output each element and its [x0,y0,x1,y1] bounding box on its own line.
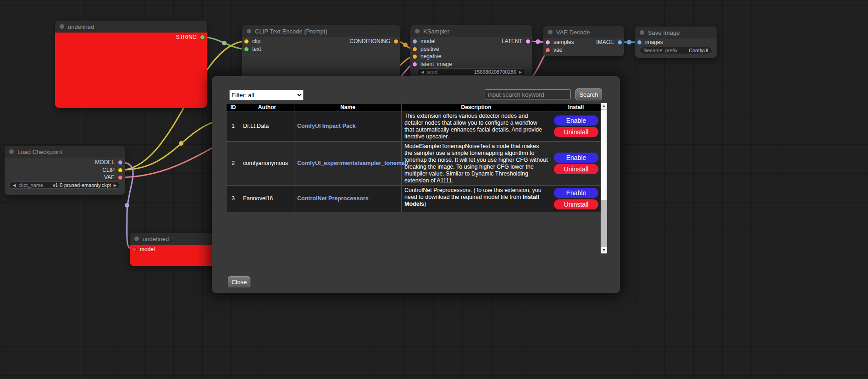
cell-author: comfyanonymous [240,142,294,186]
table-header-row: ID Author Name Description Install [227,104,601,111]
node-titlebar[interactable]: KSampler [410,25,532,37]
node-titlebar[interactable]: undefined [55,21,207,33]
input-port-model-icon[interactable] [413,39,417,44]
description-text: ControlNet Preprocessors. (To use this e… [404,187,542,200]
output-port-string-icon[interactable] [200,35,205,39]
output-port-conditioning-icon[interactable] [394,39,398,44]
cell-description: ModelSamplerTonemapNoiseTest a node that… [402,142,551,186]
collapse-dot-icon[interactable] [640,30,644,35]
node-title: VAE Decode [556,29,590,36]
port-label: images [645,39,663,45]
input-port-text-icon[interactable] [244,47,249,51]
collapse-dot-icon[interactable] [60,24,64,29]
scrollbar-thumb[interactable] [601,110,607,200]
uninstall-button[interactable]: Uninstall [554,199,598,209]
widget-value: v1-5-pruned-emaonly.ckpt [53,182,111,188]
port-label: VAE [104,174,115,181]
scroll-up-icon[interactable]: ▲ [601,103,607,110]
input-port-samples-icon[interactable] [546,40,550,44]
input-port-model-icon[interactable] [132,247,136,252]
table-row: 2 comfyanonymous ComfyUI_experiments/sam… [227,142,601,186]
port-label: model [140,246,155,253]
header-id: ID [227,104,240,111]
seed-widget[interactable]: ◀ seed 156680208700286 ▶ [417,68,525,76]
increment-arrow-icon[interactable]: ▶ [114,183,116,187]
node-load-checkpoint[interactable]: Load Checkpoint MODEL CLIP VAE ◀ ckpt_na… [5,146,125,195]
cell-install: Enable Uninstall [551,111,601,142]
decrement-arrow-icon[interactable]: ◀ [13,183,16,187]
cell-author: Fannovel16 [240,186,294,212]
node-title: KSampler [423,28,449,35]
port-label: MODEL [95,159,115,165]
cell-install: Enable Uninstall [551,142,601,186]
port-label: vae [553,47,562,53]
search-input[interactable] [485,89,571,99]
extension-link[interactable]: ComfyUI_experiments/sampler_tonemap [297,160,408,166]
enable-button[interactable]: Enable [554,188,598,198]
widget-label: seed [426,69,437,75]
cell-install: Enable Uninstall [551,186,601,212]
close-button[interactable]: Close [228,276,250,287]
widget-value: 156680208700286 [474,69,516,75]
output-port-vae-icon[interactable] [118,176,122,180]
port-label: model [420,38,436,44]
node-title: Load Checkpoint [17,148,62,155]
input-port-latent-image-icon[interactable] [413,62,417,66]
cell-id: 3 [227,186,240,212]
link-dot [627,40,631,44]
port-label: LATENT [502,38,522,44]
node-titlebar[interactable]: Save Image [635,27,717,38]
input-port-positive-icon[interactable] [413,47,417,51]
scroll-down-icon[interactable]: ▼ [601,247,607,253]
node-save-image[interactable]: Save Image images filename_prefix ComfyU… [635,27,717,58]
port-label: samples [553,39,574,45]
port-label: clip [252,38,260,44]
collapse-dot-icon[interactable] [9,149,14,154]
node-titlebar[interactable]: VAE Decode [543,26,624,38]
scrollbar[interactable]: ▲ ▼ [601,103,607,253]
input-port-vae-icon[interactable] [546,48,550,52]
output-port-clip-icon[interactable] [118,168,122,172]
link-dot [536,39,540,44]
cell-description: This extension offers various detector n… [402,111,551,142]
widget-value: ComfyUI [689,48,708,53]
port-label: IMAGE [596,39,614,45]
ckpt-name-widget[interactable]: ◀ ckpt_name v1-5-pruned-emaonly.ckpt ▶ [9,181,120,189]
node-titlebar[interactable]: Load Checkpoint [5,146,125,158]
node-title: Save Image [648,29,680,36]
uninstall-button[interactable]: Uninstall [554,164,598,174]
input-port-images-icon[interactable] [637,40,641,44]
filename-prefix-widget[interactable]: filename_prefix ComfyUI [640,47,712,54]
link-dot [403,43,408,47]
uninstall-button[interactable]: Uninstall [554,127,598,137]
node-undefined-top[interactable]: undefined STRING [55,21,207,108]
node-title: undefined [68,23,94,30]
output-port-image-icon[interactable] [618,40,622,44]
input-port-clip-icon[interactable] [244,39,249,44]
collapse-dot-icon[interactable] [247,29,251,33]
node-vae-decode[interactable]: VAE Decode samples vae IMAGE [543,26,624,56]
node-titlebar[interactable]: CLIP Text Encode (Prompt) [242,25,400,37]
filter-select[interactable]: Filter: all [229,90,304,100]
increment-arrow-icon[interactable]: ▶ [519,70,522,74]
input-port-negative-icon[interactable] [413,55,417,59]
cell-id: 2 [227,142,240,186]
collapse-dot-icon[interactable] [134,236,139,241]
enable-button[interactable]: Enable [554,115,598,126]
port-label: negative [420,53,441,60]
decrement-arrow-icon[interactable]: ◀ [421,70,424,74]
link-dot [125,203,129,208]
extensions-table: ID Author Name Description Install 1 Dr.… [226,103,601,212]
extension-link[interactable]: ControlNet Preprocessors [297,195,369,202]
collapse-dot-icon[interactable] [548,30,553,34]
link-dot [179,141,183,146]
extension-link[interactable]: ComfyUI Impact Pack [297,123,356,129]
collapse-dot-icon[interactable] [415,29,420,33]
output-port-latent-icon[interactable] [526,39,530,44]
extensions-table-wrap: ID Author Name Description Install 1 Dr.… [226,103,607,253]
node-title: undefined [143,236,169,242]
search-button[interactable]: Search [575,88,602,100]
table-row: 1 Dr.Lt.Data ComfyUI Impact Pack This ex… [227,111,601,142]
output-port-model-icon[interactable] [118,160,122,165]
enable-button[interactable]: Enable [554,153,598,163]
